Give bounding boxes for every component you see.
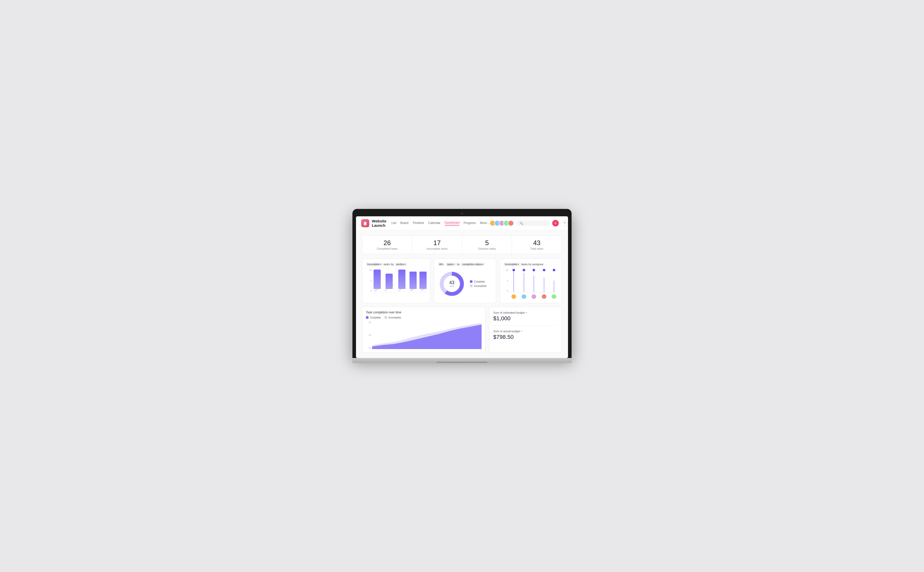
tab-dashboard[interactable]: Dashboard <box>445 221 460 225</box>
assignee-bar-3 <box>530 269 538 292</box>
donut-filter-status[interactable]: completion status <box>461 263 485 266</box>
assignee-dot-5 <box>553 269 555 271</box>
timeline-legend: Complete Incomplete <box>366 316 482 319</box>
timeline-area: 20 15 10 <box>366 321 482 349</box>
y-label-5: 5 <box>366 279 372 282</box>
assignee-chart-header: Incomplete tasks by assignee <box>504 263 558 266</box>
timeline-legend-incomplete: Incomplete <box>384 316 401 319</box>
timeline-legend-incomplete-dot <box>384 316 387 319</box>
timeline-legend-incomplete-label: Incomplete <box>389 316 401 319</box>
completed-number: 26 <box>366 239 408 247</box>
assignee-avatar-1 <box>512 294 516 299</box>
laptop-screen: 📋 Website Launch List Board Timeline Cal… <box>356 216 568 358</box>
donut-total-label: total <box>449 285 454 288</box>
donut-filter-tasks[interactable]: tasks <box>446 263 456 266</box>
assignee-line-5 <box>554 281 554 292</box>
donut-filter-all[interactable]: All <box>438 263 445 266</box>
bar-filter-section[interactable]: section <box>395 263 407 266</box>
donut-area: 43 total Complete <box>438 269 492 299</box>
assignee-bar-1 <box>510 269 518 292</box>
assignee-dot-2 <box>523 269 525 271</box>
timeline-legend-complete: Complete <box>366 316 381 319</box>
legend-incomplete-dot <box>470 284 473 287</box>
assignee-avatar-3 <box>532 294 536 299</box>
tab-more[interactable]: More... <box>480 221 489 225</box>
add-button[interactable]: + <box>552 220 559 227</box>
legend-complete: Complete <box>470 280 487 283</box>
bar-blocked: Blocked <box>409 272 417 292</box>
assignee-line-4 <box>544 278 544 292</box>
assignee-y-5: 5 <box>504 279 508 282</box>
search-bar[interactable]: 🔍 <box>516 221 550 226</box>
bar-chart-area: 10 5 0 Backlog In Progress <box>366 269 426 299</box>
screen-bezel: 📋 Website Launch List Board Timeline Cal… <box>352 209 572 358</box>
camera-dot <box>461 213 463 214</box>
assignee-filter[interactable]: Incomplete <box>504 263 520 266</box>
tab-progress[interactable]: Progress <box>464 221 476 225</box>
dashboard-content: 26 Completed tasks 17 Incomplete tasks 5… <box>356 230 568 358</box>
assignee-bars <box>510 269 558 292</box>
timeline-card: Task completion over time Complete Incom… <box>362 307 485 353</box>
laptop-base <box>352 358 572 363</box>
avatar-5 <box>508 220 514 226</box>
tab-calendar[interactable]: Calendar <box>428 221 440 225</box>
tab-board[interactable]: Board <box>400 221 409 225</box>
assignee-dot-1 <box>512 269 515 271</box>
bar-chart-card: Incomplete tasks by section 10 5 0 <box>362 259 430 303</box>
timeline-y-axis: 20 15 10 <box>366 321 371 349</box>
stat-total: 43 Total tasks <box>512 236 562 254</box>
bar-chart-header: Incomplete tasks by section <box>366 263 426 266</box>
donut-center: 43 total <box>449 280 454 288</box>
legend-incomplete-label: Incomplete <box>474 284 487 288</box>
actual-budget-section: Sum of actual budget $798.50 <box>493 330 558 340</box>
overdue-label: Overdue tasks <box>466 247 508 250</box>
assignee-y-axis: 10 5 0 <box>504 269 508 292</box>
assignee-avatar-4 <box>542 294 546 299</box>
tab-timeline[interactable]: Timeline <box>412 221 424 225</box>
stats-row: 26 Completed tasks 17 Incomplete tasks 5… <box>362 235 562 254</box>
donut-by-label: by <box>457 263 460 266</box>
bar-x-axis-line <box>373 292 426 292</box>
assignee-area: 10 5 0 <box>504 269 558 299</box>
header-right: 🔍 + ? <box>490 220 568 227</box>
budget-card: Sum of estimated budget $1,000 Sum of ac… <box>489 307 562 353</box>
estimated-budget-section: Sum of estimated budget $1,000 <box>493 311 558 326</box>
nav-tabs: List Board Timeline Calendar Dashboard P… <box>391 221 489 225</box>
overdue-number: 5 <box>466 239 508 247</box>
estimated-budget-label: Sum of estimated budget <box>493 311 558 314</box>
bar-testing: Testing <box>419 272 426 292</box>
app-header: 📋 Website Launch List Board Timeline Cal… <box>356 216 568 230</box>
assignee-line-2 <box>524 273 524 292</box>
help-button[interactable]: ? <box>562 220 568 227</box>
y-label-10: 10 <box>366 269 372 271</box>
legend-complete-dot <box>470 280 473 283</box>
bottom-row: Task completion over time Complete Incom… <box>362 307 562 353</box>
incomplete-number: 17 <box>416 239 458 247</box>
timeline-legend-complete-label: Complete <box>370 316 381 319</box>
tab-list[interactable]: List <box>391 221 396 225</box>
charts-row: Incomplete tasks by section 10 5 0 <box>362 259 562 303</box>
timeline-title: Task completion over time <box>366 311 482 314</box>
app-title: Website Launch <box>372 219 386 227</box>
bar-filter-status[interactable]: Incomplete <box>366 263 383 266</box>
estimated-type: estimated budget <box>503 311 525 314</box>
total-label: Total tasks <box>516 247 558 250</box>
avatar-group <box>490 220 514 226</box>
stat-overdue: 5 Overdue tasks <box>462 236 512 254</box>
actual-amount: $798.50 <box>493 334 558 340</box>
assignee-dot-4 <box>543 269 545 271</box>
stat-incomplete: 17 Incomplete tasks <box>412 236 462 254</box>
assignee-y-0: 0 <box>504 290 508 292</box>
estimated-amount: $1,000 <box>493 315 558 322</box>
assignee-y-10: 10 <box>504 269 508 271</box>
assignee-dot-3 <box>533 269 535 271</box>
assignee-avatar-5 <box>552 294 556 299</box>
donut-chart-header: All tasks by completion status <box>438 263 492 266</box>
area-complete <box>372 325 482 349</box>
legend-complete-label: Complete <box>474 280 485 283</box>
assignee-bar-4 <box>540 269 548 292</box>
legend-incomplete: Incomplete <box>470 284 487 288</box>
timeline-svg <box>372 321 482 349</box>
tl-y-10: 10 <box>366 347 371 349</box>
bar-inreview: In Review <box>397 270 407 292</box>
